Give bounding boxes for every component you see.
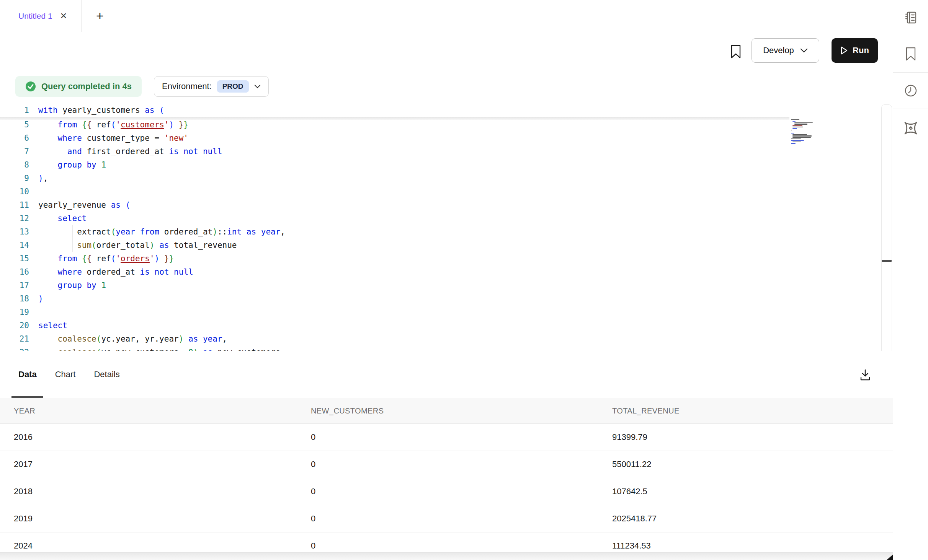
code-line[interactable]: 22 coalesce(yc.new_customers, 0) as new_… [0, 345, 881, 351]
table-cell: 0 [311, 541, 612, 551]
code-line[interactable]: 18) [0, 292, 881, 305]
code-lines[interactable]: 5 from {{ ref('customers') }}6 where cus… [0, 118, 881, 351]
sql-editor[interactable]: 1 with yearly_customers as ( 5 from {{ r… [0, 100, 881, 351]
indent-guide [53, 332, 53, 351]
results-table-body: 2016091399.7920170550011.2220180107642.5… [0, 424, 893, 560]
table-cell: 2024 [0, 541, 311, 551]
plus-icon: + [96, 8, 104, 23]
code-line[interactable]: 11yearly_revenue as ( [0, 198, 881, 212]
results-tab-bar: Data Chart Details [0, 351, 893, 398]
code-line[interactable]: 12 select [0, 212, 881, 225]
develop-dropdown[interactable]: Develop [752, 38, 819, 63]
column-header: TOTAL_REVENUE [612, 407, 893, 415]
table-cell: 2018 [0, 487, 311, 497]
table-cell: 0 [311, 514, 612, 524]
code-line[interactable]: 14 sum(order_total) as total_revenue [0, 238, 881, 252]
indent-guide [72, 225, 73, 252]
sidebar-notebook-button[interactable] [893, 0, 928, 35]
play-icon [840, 46, 848, 55]
column-header: YEAR [0, 407, 311, 415]
resize-handle[interactable] [887, 555, 893, 560]
table-cell: 2019 [0, 514, 311, 524]
editor-scrollbar-thumb[interactable] [882, 260, 892, 262]
sidebar-dbt-explorer-button[interactable] [893, 109, 928, 147]
dbt-logo-icon [903, 120, 918, 136]
query-status-badge: Query completed in 4s [15, 76, 142, 97]
line-number: 1 [0, 106, 38, 115]
bookmark-button[interactable] [727, 42, 745, 63]
code-line[interactable]: 9), [0, 171, 881, 185]
table-row: 201902025418.77 [0, 505, 893, 532]
download-icon [859, 368, 871, 381]
environment-selector[interactable]: Environment: PROD [154, 76, 269, 97]
tab-data-label: Data [18, 370, 37, 379]
tab-details[interactable]: Details [94, 351, 119, 398]
sticky-line-1: 1 with yearly_customers as ( [0, 103, 881, 117]
code-line[interactable]: 21 coalesce(yc.year, yr.year) as year, [0, 332, 881, 345]
table-cell: 0 [311, 487, 612, 497]
tab-chart-label: Chart [55, 370, 76, 379]
table-row: 20170550011.22 [0, 451, 893, 478]
right-sidebar [893, 0, 928, 560]
table-cell: 111234.53 [612, 541, 893, 551]
code-line[interactable]: 6 where customer_type = 'new' [0, 131, 881, 145]
sticky-scroll-shadow [0, 117, 789, 120]
sticky-code: with yearly_customers as ( [38, 106, 164, 115]
develop-label: Develop [763, 46, 794, 55]
table-cell: 2017 [0, 459, 311, 469]
notebook-icon [903, 10, 918, 25]
check-circle-icon [25, 81, 36, 92]
environment-value-badge: PROD [217, 80, 249, 93]
query-status-text: Query completed in 4s [41, 81, 132, 91]
sidebar-history-button[interactable] [893, 73, 928, 109]
table-cell: 2025418.77 [612, 514, 893, 524]
chevron-down-icon [800, 48, 808, 53]
bookmark-icon [730, 44, 742, 60]
chevron-down-icon [254, 84, 261, 89]
new-tab-button[interactable]: + [91, 7, 109, 24]
indent-guide [53, 212, 53, 292]
table-cell: 91399.79 [612, 432, 893, 442]
tab-bar: Untitled 1 ✕ + [0, 0, 893, 32]
sidebar-bookmarks-button[interactable] [893, 35, 928, 73]
code-line[interactable]: 16 where ordered_at is not null [0, 265, 881, 278]
code-line[interactable]: 7 and first_ordered_at is not null [0, 145, 881, 158]
indent-guide [53, 118, 53, 171]
column-header: NEW_CUSTOMERS [311, 407, 612, 415]
tab-chart[interactable]: Chart [55, 351, 76, 398]
table-cell: 550011.22 [612, 459, 893, 469]
code-line[interactable]: 17 group by 1 [0, 278, 881, 292]
tab-untitled-1[interactable]: Untitled 1 ✕ [0, 0, 82, 32]
history-clock-icon [903, 83, 918, 98]
code-line[interactable]: 15 from {{ ref('orders') }} [0, 252, 881, 265]
table-row: 20180107642.5 [0, 478, 893, 505]
environment-label: Environment: [162, 81, 212, 91]
code-line[interactable]: 10 [0, 185, 881, 198]
table-cell: 0 [311, 459, 612, 469]
run-button[interactable]: Run [832, 38, 878, 63]
table-row: 2016091399.79 [0, 424, 893, 451]
download-results-button[interactable] [857, 366, 874, 383]
close-icon[interactable]: ✕ [60, 12, 67, 20]
tab-details-label: Details [94, 370, 119, 379]
tab-data[interactable]: Data [18, 351, 37, 398]
code-line[interactable]: 19 [0, 305, 881, 319]
results-table-header: YEARNEW_CUSTOMERSTOTAL_REVENUE [0, 398, 893, 424]
code-line[interactable]: 13 extract(year from ordered_at)::int as… [0, 225, 881, 238]
editor-scrollbar-track[interactable] [881, 104, 892, 351]
code-line[interactable]: 20select [0, 319, 881, 332]
table-cell: 2016 [0, 432, 311, 442]
table-cell: 107642.5 [612, 487, 893, 497]
results-table-footer-strip [0, 552, 893, 560]
tab-label: Untitled 1 [18, 11, 52, 21]
code-line[interactable]: 8 group by 1 [0, 158, 881, 171]
table-cell: 0 [311, 432, 612, 442]
run-label: Run [853, 46, 869, 55]
bookmark-icon [905, 47, 917, 61]
